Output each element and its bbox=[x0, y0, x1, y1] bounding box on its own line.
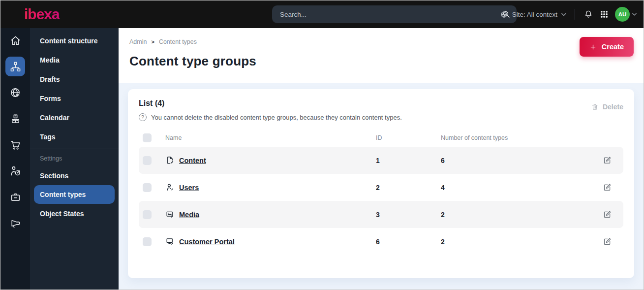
rail-home[interactable] bbox=[5, 31, 25, 50]
customer-portal-monitor-icon bbox=[165, 237, 179, 246]
group-id: 1 bbox=[376, 157, 441, 164]
column-count: Number of content types bbox=[441, 134, 603, 141]
rail-campaign[interactable] bbox=[5, 213, 25, 233]
user-icon bbox=[165, 183, 179, 192]
group-count: 4 bbox=[441, 184, 603, 192]
help-note-text: You cannot delete the disabled content t… bbox=[151, 114, 402, 121]
sidebar-item-media[interactable]: Media bbox=[30, 50, 119, 69]
home-icon bbox=[9, 34, 22, 47]
plus-icon bbox=[589, 43, 597, 51]
group-name-link[interactable]: Customer Portal bbox=[179, 238, 235, 246]
globe-cursor-icon bbox=[9, 87, 22, 99]
rail-site[interactable] bbox=[5, 83, 25, 102]
global-search[interactable] bbox=[272, 5, 517, 23]
breadcrumb-content-types: Content types bbox=[159, 38, 197, 45]
create-button[interactable]: Create bbox=[580, 37, 634, 57]
boxes-icon bbox=[9, 113, 22, 125]
group-name-link[interactable]: Media bbox=[179, 211, 199, 219]
content-type-groups-card: List (4) You cannot delete the disabled … bbox=[128, 89, 634, 278]
sidebar-menu: Content structure Media Drafts Forms Cal… bbox=[30, 28, 119, 290]
select-all-checkbox[interactable] bbox=[143, 133, 152, 142]
chevron-down-icon bbox=[632, 13, 637, 16]
rail-commerce[interactable] bbox=[5, 135, 25, 155]
rail-product-catalog[interactable] bbox=[5, 109, 25, 129]
notifications-bell-icon[interactable] bbox=[583, 9, 593, 19]
list-heading: List (4) bbox=[139, 99, 402, 108]
row-checkbox[interactable] bbox=[143, 183, 152, 192]
topbar: ibexa Site: All context bbox=[0, 0, 644, 28]
topbar-divider bbox=[575, 9, 575, 20]
edit-button[interactable] bbox=[603, 237, 619, 246]
sitemap-icon bbox=[9, 61, 22, 73]
avatar[interactable]: AU bbox=[615, 7, 630, 22]
group-count: 2 bbox=[441, 238, 603, 246]
trash-icon bbox=[591, 103, 599, 111]
app-grid-icon[interactable] bbox=[600, 10, 609, 19]
rail-admin[interactable] bbox=[5, 187, 25, 207]
sidebar-item-forms[interactable]: Forms bbox=[30, 89, 119, 108]
rail-personalization[interactable] bbox=[5, 161, 25, 181]
icon-rail bbox=[0, 28, 30, 290]
rail-content-structure[interactable] bbox=[5, 57, 25, 76]
sidebar-item-tags[interactable]: Tags bbox=[30, 127, 119, 146]
column-id: ID bbox=[376, 134, 441, 141]
edit-button[interactable] bbox=[603, 156, 619, 165]
search-input[interactable] bbox=[272, 11, 502, 18]
breadcrumb: Admin > Content types bbox=[129, 38, 634, 45]
sidebar-item-object-states[interactable]: Object States bbox=[30, 204, 119, 223]
group-id: 2 bbox=[376, 184, 441, 192]
table-row[interactable]: Media 3 2 bbox=[139, 201, 623, 228]
media-image-icon bbox=[165, 210, 179, 219]
group-id: 3 bbox=[376, 211, 441, 219]
row-checkbox[interactable] bbox=[143, 156, 152, 165]
row-checkbox[interactable] bbox=[143, 210, 152, 219]
group-count: 2 bbox=[441, 211, 603, 219]
content-file-icon bbox=[165, 156, 179, 165]
breadcrumb-separator: > bbox=[151, 39, 154, 45]
column-name: Name bbox=[165, 134, 376, 141]
main-content: List (4) You cannot delete the disabled … bbox=[119, 83, 644, 290]
edit-button[interactable] bbox=[603, 210, 619, 219]
shopping-cart-icon bbox=[9, 139, 22, 151]
group-id: 6 bbox=[376, 238, 441, 246]
ibexa-logo[interactable]: ibexa bbox=[0, 6, 60, 23]
edit-button[interactable] bbox=[603, 183, 619, 192]
sidebar-item-sections[interactable]: Sections bbox=[30, 166, 119, 185]
person-target-icon bbox=[9, 165, 22, 177]
table-row[interactable]: Content 1 6 bbox=[139, 147, 623, 174]
table-header: Name ID Number of content types bbox=[139, 129, 623, 147]
app-window: ibexa Site: All context bbox=[0, 0, 644, 290]
sidebar-item-content-types[interactable]: Content types bbox=[34, 185, 115, 204]
group-name-link[interactable]: Users bbox=[179, 184, 199, 192]
site-context-selector[interactable]: Site: All context bbox=[500, 10, 566, 19]
badge-icon bbox=[9, 191, 22, 203]
main-header: Admin > Content types Content type group… bbox=[119, 28, 644, 83]
delete-button-label: Delete bbox=[603, 103, 623, 111]
help-icon bbox=[139, 113, 147, 121]
group-count: 6 bbox=[441, 157, 603, 164]
user-menu[interactable]: AU bbox=[615, 7, 637, 22]
main-area: Admin > Content types Content type group… bbox=[119, 28, 644, 290]
delete-button[interactable]: Delete bbox=[591, 103, 623, 111]
sidebar-item-calendar[interactable]: Calendar bbox=[30, 108, 119, 127]
help-note: You cannot delete the disabled content t… bbox=[139, 113, 402, 121]
chevron-down-icon bbox=[561, 13, 566, 16]
content-type-groups-table: Name ID Number of content types bbox=[139, 129, 623, 255]
table-row[interactable]: Users 2 4 bbox=[139, 174, 623, 201]
menu-divider bbox=[30, 149, 119, 149]
page-title: Content type groups bbox=[129, 54, 634, 69]
site-context-label: Site: All context bbox=[512, 11, 557, 18]
group-name-link[interactable]: Content bbox=[179, 157, 206, 164]
sidebar-item-content-structure[interactable]: Content structure bbox=[30, 31, 119, 50]
topbar-actions: Site: All context AU bbox=[500, 0, 637, 28]
table-row[interactable]: Customer Portal 6 2 bbox=[139, 228, 623, 255]
row-checkbox[interactable] bbox=[143, 237, 152, 246]
megaphone-icon bbox=[9, 217, 22, 229]
breadcrumb-admin[interactable]: Admin bbox=[129, 38, 147, 45]
sidebar-item-drafts[interactable]: Drafts bbox=[30, 69, 119, 89]
create-button-label: Create bbox=[602, 43, 624, 51]
globe-icon bbox=[500, 10, 508, 19]
settings-section-label: Settings bbox=[30, 152, 119, 166]
